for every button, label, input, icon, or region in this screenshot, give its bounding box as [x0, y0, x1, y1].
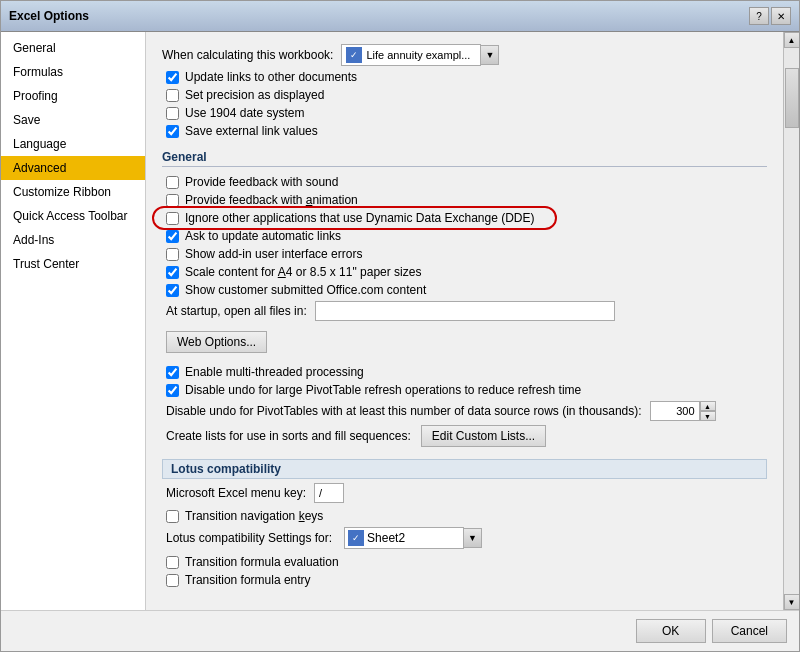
checkbox-multi-thread-input[interactable] [166, 366, 179, 379]
checkbox-show-office: Show customer submitted Office.com conte… [162, 283, 767, 297]
checkbox-set-precision: Set precision as displayed [162, 88, 767, 102]
checkbox-feedback-sound-input[interactable] [166, 176, 179, 189]
dialog-body: General Formulas Proofing Save Language … [1, 32, 799, 610]
scrollbar-thumb[interactable] [785, 68, 799, 128]
checkbox-transition-formula-eval-label: Transition formula evaluation [185, 555, 339, 569]
checkbox-transition-formula-eval-input[interactable] [166, 556, 179, 569]
sidebar-item-quick-access[interactable]: Quick Access Toolbar [1, 204, 145, 228]
checkbox-1904: Use 1904 date system [162, 106, 767, 120]
custom-lists-label: Create lists for use in sorts and fill s… [166, 429, 411, 443]
sidebar-item-customize-ribbon[interactable]: Customize Ribbon [1, 180, 145, 204]
pivot-value-input[interactable] [650, 401, 700, 421]
startup-label: At startup, open all files in: [166, 304, 307, 318]
sidebar-item-save[interactable]: Save [1, 108, 145, 132]
edit-custom-lists-button[interactable]: Edit Custom Lists... [421, 425, 546, 447]
help-button[interactable]: ? [749, 7, 769, 25]
checkbox-save-external-label: Save external link values [185, 124, 318, 138]
general-section: General Provide feedback with sound Prov… [162, 150, 767, 447]
sidebar: General Formulas Proofing Save Language … [1, 32, 146, 610]
checkbox-feedback-sound-label: Provide feedback with sound [185, 175, 338, 189]
checkbox-update-links: Update links to other documents [162, 70, 767, 84]
checkbox-ask-automatic: Ask to update automatic links [162, 229, 767, 243]
checkbox-show-office-label: Show customer submitted Office.com conte… [185, 283, 426, 297]
checkbox-update-links-label: Update links to other documents [185, 70, 357, 84]
workbook-label: When calculating this workbook: [162, 48, 333, 62]
lotus-settings-dropdown-btn[interactable]: ▼ [464, 528, 482, 548]
checkbox-ignore-dde-input[interactable] [166, 212, 179, 225]
checkbox-show-addin-input[interactable] [166, 248, 179, 261]
checkbox-save-external: Save external link values [162, 124, 767, 138]
startup-input[interactable] [315, 301, 615, 321]
checkbox-1904-label: Use 1904 date system [185, 106, 304, 120]
checkbox-set-precision-input[interactable] [166, 89, 179, 102]
startup-row: At startup, open all files in: [162, 301, 767, 321]
general-section-header: General [162, 150, 767, 167]
dde-row: Ignore other applications that use Dynam… [162, 211, 767, 225]
checkbox-ask-automatic-input[interactable] [166, 230, 179, 243]
custom-lists-row: Create lists for use in sorts and fill s… [162, 425, 767, 447]
workbook-dropdown-text: Life annuity exampl... [366, 49, 470, 61]
checkbox-scale-a4-label: Scale content for A4 or 8.5 x 11" paper … [185, 265, 421, 279]
sidebar-item-general[interactable]: General [1, 36, 145, 60]
main-content-area: When calculating this workbook: ✓ Life a… [146, 32, 783, 610]
web-options-button[interactable]: Web Options... [166, 331, 267, 353]
ok-button[interactable]: OK [636, 619, 706, 643]
lotus-section-header-bar: Lotus compatibility [162, 459, 767, 479]
checkbox-update-links-input[interactable] [166, 71, 179, 84]
sidebar-item-proofing[interactable]: Proofing [1, 84, 145, 108]
lotus-menu-key-row: Microsoft Excel menu key: [162, 483, 767, 503]
scrollbar-up-arrow[interactable]: ▲ [784, 32, 800, 48]
sidebar-item-language[interactable]: Language [1, 132, 145, 156]
lotus-section: Lotus compatibility Microsoft Excel menu… [162, 459, 767, 587]
sidebar-item-formulas[interactable]: Formulas [1, 60, 145, 84]
workbook-dropdown-btn[interactable]: ▼ [481, 45, 499, 65]
sidebar-item-add-ins[interactable]: Add-Ins [1, 228, 145, 252]
checkbox-transition-nav-label: Transition navigation keys [185, 509, 323, 523]
lotus-menu-key-label: Microsoft Excel menu key: [166, 486, 306, 500]
checkbox-set-precision-label: Set precision as displayed [185, 88, 324, 102]
sidebar-item-trust-center[interactable]: Trust Center [1, 252, 145, 276]
checkbox-disable-undo-large: Disable undo for large PivotTable refres… [162, 383, 767, 397]
dialog-title: Excel Options [9, 9, 89, 23]
lotus-section-title: Lotus compatibility [171, 462, 281, 476]
lotus-settings-dropdown[interactable]: ✓ Sheet2 [344, 527, 464, 549]
checkbox-transition-nav: Transition navigation keys [162, 509, 767, 523]
checkbox-transition-formula-entry-input[interactable] [166, 574, 179, 587]
excel-options-dialog: Excel Options ? ✕ General Formulas Proof… [0, 0, 800, 652]
lotus-select-icon: ✓ [348, 530, 364, 546]
close-button[interactable]: ✕ [771, 7, 791, 25]
cancel-button[interactable]: Cancel [712, 619, 787, 643]
scrollbar-down-arrow[interactable]: ▼ [784, 594, 800, 610]
checkbox-transition-formula-entry-label: Transition formula entry [185, 573, 311, 587]
checkbox-disable-undo-large-input[interactable] [166, 384, 179, 397]
workbook-row: When calculating this workbook: ✓ Life a… [162, 44, 767, 66]
pivot-label: Disable undo for PivotTables with at lea… [166, 404, 642, 418]
checkbox-transition-nav-input[interactable] [166, 510, 179, 523]
checkbox-show-addin-label: Show add-in user interface errors [185, 247, 362, 261]
pivot-spinner-down[interactable]: ▼ [700, 411, 716, 421]
checkbox-feedback-animation: Provide feedback with animation [162, 193, 767, 207]
pivot-spinner-up[interactable]: ▲ [700, 401, 716, 411]
workbook-icon: ✓ [346, 47, 362, 63]
pivot-spinner: ▲ ▼ [700, 401, 716, 421]
scrollbar: ▲ ▼ [783, 32, 799, 610]
lotus-settings-label: Lotus compatibility Settings for: [166, 531, 332, 545]
workbook-section: When calculating this workbook: ✓ Life a… [162, 44, 767, 138]
sidebar-item-advanced[interactable]: Advanced [1, 156, 145, 180]
checkbox-feedback-animation-label: Provide feedback with animation [185, 193, 358, 207]
checkbox-save-external-input[interactable] [166, 125, 179, 138]
checkbox-multi-thread: Enable multi-threaded processing [162, 365, 767, 379]
workbook-select[interactable]: ✓ Life annuity exampl... [341, 44, 481, 66]
checkbox-multi-thread-label: Enable multi-threaded processing [185, 365, 364, 379]
bottom-bar: OK Cancel [1, 610, 799, 651]
checkbox-transition-formula-entry: Transition formula entry [162, 573, 767, 587]
title-bar-buttons: ? ✕ [749, 7, 791, 25]
checkbox-1904-input[interactable] [166, 107, 179, 120]
lotus-menu-key-input[interactable] [314, 483, 344, 503]
checkbox-show-office-input[interactable] [166, 284, 179, 297]
checkbox-transition-formula-eval: Transition formula evaluation [162, 555, 767, 569]
checkbox-feedback-animation-input[interactable] [166, 194, 179, 207]
checkbox-scale-a4: Scale content for A4 or 8.5 x 11" paper … [162, 265, 767, 279]
checkbox-scale-a4-input[interactable] [166, 266, 179, 279]
checkbox-feedback-sound: Provide feedback with sound [162, 175, 767, 189]
